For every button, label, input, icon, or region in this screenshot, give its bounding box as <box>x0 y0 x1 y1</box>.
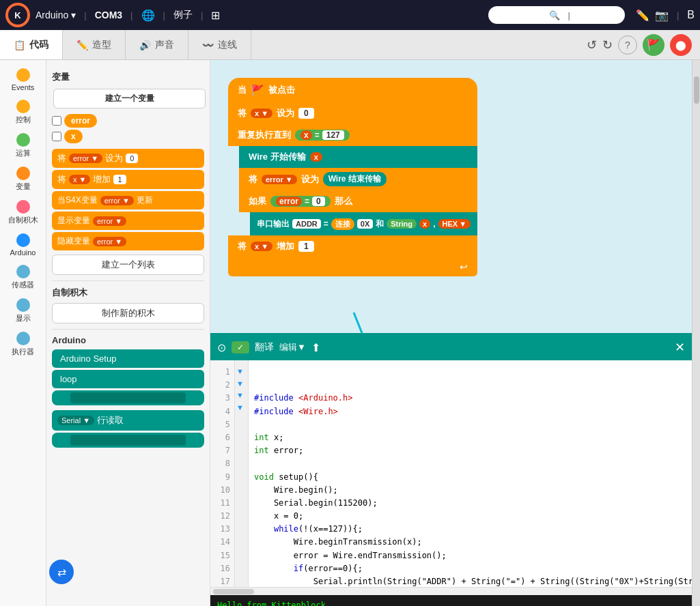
editor-close-button[interactable]: ✕ <box>675 340 685 355</box>
cat-arduino[interactable]: Arduino <box>3 231 44 259</box>
serial-dropdown[interactable]: Serial ▼ <box>57 416 94 425</box>
custom-section-title: 自制积木 <box>52 287 204 299</box>
error-dropdown[interactable]: error ▼ <box>69 154 102 163</box>
undo-button[interactable]: ↺ <box>587 38 597 53</box>
val-127-input[interactable]: 127 <box>322 130 344 140</box>
create-var-button[interactable]: 建立一个变量 <box>53 89 206 109</box>
editor-edit-menu[interactable]: 编辑▼ <box>279 341 306 354</box>
scrollbar-thumb-h[interactable] <box>213 589 254 594</box>
help-button[interactable]: ? <box>618 35 637 55</box>
terminal-bar: Hello from Kittenblock <box>210 595 692 606</box>
loop-block-connector <box>52 390 204 405</box>
cat-actuator[interactable]: 执行器 <box>3 329 44 360</box>
hex-dropdown[interactable]: HEX ▼ <box>438 219 471 229</box>
tab-code-label: 代码 <box>29 39 48 51</box>
example-label[interactable]: 例子 <box>173 9 193 21</box>
blocks-icon[interactable]: ⊞ <box>211 9 220 22</box>
bottom-toggle-button[interactable]: ⇄ <box>49 560 74 584</box>
section-sep-1 <box>52 280 204 281</box>
run-button[interactable]: 🚩 <box>643 34 664 56</box>
actuator-label: 执行器 <box>12 347 34 357</box>
cat-variables[interactable]: 变量 <box>3 164 44 194</box>
if-condition: error = 0 <box>270 196 331 207</box>
tab-sound[interactable]: 🔊 声音 <box>126 30 188 59</box>
set-error-block[interactable]: 将 error ▼ 设为 0 <box>52 149 204 168</box>
arduino-dropdown-button[interactable]: Arduino ▾ <box>36 10 76 20</box>
blocks-panel: 变量 建立一个变量 error x 将 error ▼ 设为 0 将 x ▼ 增… <box>46 60 210 606</box>
wire-begin-block[interactable]: Wire 开始传输 x <box>239 146 477 168</box>
var-x-pill[interactable]: x <box>64 130 83 143</box>
cat-events[interactable]: Events <box>3 66 44 94</box>
repeat-until-block[interactable]: 重复执行直到 x = 127 <box>228 124 477 146</box>
var-row-error: error <box>52 114 204 128</box>
workspace-scrollbar[interactable] <box>692 60 700 606</box>
error-cond-var: error <box>276 197 302 206</box>
error-var-dropdown[interactable]: error ▼ <box>262 175 297 184</box>
var-x-checkbox[interactable] <box>52 132 61 141</box>
x-var-dropdown[interactable]: x ▼ <box>251 109 272 118</box>
scrollbar-thumb-v[interactable] <box>694 76 699 104</box>
tab-code[interactable]: 📋 代码 <box>0 30 63 59</box>
hide-error-dropdown[interactable]: error ▼ <box>93 237 126 246</box>
val-0-input[interactable]: 0 <box>298 108 314 119</box>
serial-print-block[interactable]: 串口输出 ADDR = 连接 0X 和 String x , HEX ▼ <box>250 212 477 235</box>
cond-val-0: 0 <box>312 197 325 206</box>
var-error-checkbox[interactable] <box>52 116 61 126</box>
edit-icon-btn[interactable]: ✏️ <box>636 9 649 22</box>
hat-block[interactable]: 当 🚩 被点击 <box>228 78 477 102</box>
var-error-pill[interactable]: error <box>64 114 97 128</box>
and-label: 和 <box>376 218 384 230</box>
inc-x-block[interactable]: 将 x ▼ 增加 1 <box>228 235 477 257</box>
divider-search: | <box>568 10 570 20</box>
loop-body: Wire 开始传输 x 将 error ▼ 设为 Wire 结束传输 如果 <box>239 146 477 235</box>
show-var-block[interactable]: 显示变量 error ▼ <box>52 212 204 230</box>
tab-wire-icon: 〰️ <box>202 40 214 50</box>
s4x-var-block[interactable]: 当S4X变量 error ▼ 更新 <box>52 191 204 210</box>
cat-display[interactable]: 显示 <box>3 295 44 326</box>
create-block-button[interactable]: 制作新的积木 <box>52 303 204 323</box>
tab-sound-icon: 🔊 <box>139 40 151 50</box>
repeat-label: 重复执行直到 <box>238 129 291 141</box>
create-list-button[interactable]: 建立一个列表 <box>52 255 204 275</box>
b-icon-btn[interactable]: B <box>687 9 695 21</box>
code-scrollbar-horizontal[interactable] <box>210 587 692 595</box>
cat-control[interactable]: 控制 <box>3 97 44 128</box>
section-sep-2 <box>52 329 204 330</box>
globe-icon[interactable]: 🌐 <box>141 9 155 22</box>
set-error-wire-block[interactable]: 将 error ▼ 设为 Wire 结束传输 <box>239 168 477 190</box>
addr-label-input: ADDR <box>292 219 321 229</box>
show-error-dropdown[interactable]: error ▼ <box>93 216 126 226</box>
tab-costume[interactable]: ✏️ 造型 <box>63 30 126 59</box>
change-label: 将 <box>57 173 66 186</box>
stop-button[interactable]: ⬤ <box>670 34 692 56</box>
x-dropdown[interactable]: x ▼ <box>69 175 90 184</box>
inc-val-input[interactable]: 1 <box>298 241 314 252</box>
if-block[interactable]: 如果 error = 0 那么 <box>239 190 477 212</box>
cat-operators[interactable]: 运算 <box>3 130 44 161</box>
arduino-blocks-group: Arduino Setup loop Serial ▼ 行读取 <box>52 349 204 448</box>
change-x-block[interactable]: 将 x ▼ 增加 1 <box>52 170 204 189</box>
loop-block[interactable]: loop <box>52 370 204 388</box>
hex-caret: ▼ <box>459 220 466 228</box>
serial-read-block[interactable]: Serial ▼ 行读取 <box>52 410 204 431</box>
camera-icon-btn[interactable]: 📷 <box>655 9 669 22</box>
code-content[interactable]: #include <Arduino.h> #include <Wire.h> i… <box>249 360 692 587</box>
editor-upload-button[interactable]: ⬆ <box>311 341 320 354</box>
s4x-error-dropdown[interactable]: error ▼ <box>100 196 134 205</box>
inc-label: 将 <box>238 240 247 252</box>
x-cond-var: x <box>300 130 312 140</box>
cat-sensors[interactable]: 传感器 <box>3 262 44 293</box>
editor-check-button[interactable]: ✓ <box>232 341 249 354</box>
cat-custom[interactable]: 自制积木 <box>3 197 44 228</box>
code-editor-panel: ⊙ ✓ 翻译 编辑▼ ⬆ ✕ 12345 678910 1112131415 1… <box>210 333 692 606</box>
search-bar[interactable]: i2c地址扫描 🔍 | 项目 ▾ <box>488 6 625 24</box>
tab-costume-icon: ✏️ <box>76 40 88 50</box>
tab-wire[interactable]: 〰️ 连线 <box>188 30 251 59</box>
x-var-serial: x <box>419 219 430 229</box>
arduino-setup-block[interactable]: Arduino Setup <box>52 349 204 368</box>
redo-button[interactable]: ↻ <box>602 38 613 53</box>
set-x-0-block[interactable]: 将 x ▼ 设为 0 <box>228 102 477 124</box>
concat-label: 连接 <box>331 218 354 230</box>
x-inc-dropdown[interactable]: x ▼ <box>251 242 272 251</box>
hide-var-block[interactable]: 隐藏变量 error ▼ <box>52 232 204 250</box>
